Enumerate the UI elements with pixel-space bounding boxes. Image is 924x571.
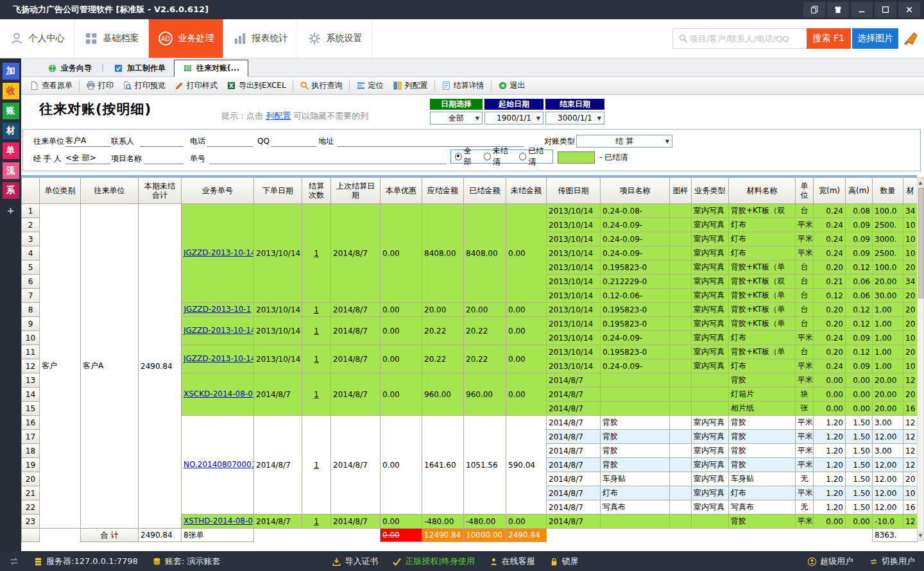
status-锁屏[interactable]: 锁屏 bbox=[549, 556, 579, 567]
toolbar-button-结算详情[interactable]: 结算详情 bbox=[437, 78, 489, 94]
qq-field[interactable] bbox=[271, 135, 316, 147]
contact-field[interactable] bbox=[140, 135, 184, 147]
doc-tab-0[interactable]: 业务向导 bbox=[39, 60, 100, 76]
skin-button[interactable] bbox=[827, 2, 849, 17]
horn-icon[interactable] bbox=[902, 30, 919, 47]
phone-field[interactable] bbox=[207, 135, 253, 147]
status-服务器[interactable]: 服务器:127.0.0.1:7798 bbox=[33, 556, 138, 567]
nav-tab-系统设置[interactable]: 系统设置 bbox=[298, 19, 372, 58]
copy-button[interactable] bbox=[803, 2, 825, 17]
sidebar-item-加[interactable]: 加 bbox=[3, 63, 19, 80]
radio-未结清[interactable]: 未结清 bbox=[484, 146, 513, 167]
order-no-link[interactable]: JGZZD-2013-10-14-008 bbox=[184, 326, 254, 335]
toolbar-button-定位[interactable]: 定位 bbox=[352, 78, 388, 94]
nav-tab-业务处理[interactable]: AD业务处理 bbox=[149, 19, 223, 58]
cell-unit: 平米 bbox=[796, 373, 814, 388]
column-header: 已结金额 bbox=[464, 178, 506, 204]
column-header: 传图日期 bbox=[547, 178, 601, 204]
toolbar-button-执行查询[interactable]: 执行查询 bbox=[295, 78, 347, 94]
cell-order-no[interactable]: NO.201408070001 bbox=[182, 416, 254, 515]
cell-project-name: 0.12-0.06- bbox=[601, 289, 670, 303]
status-账套[interactable]: 账套: 演示账套 bbox=[152, 556, 221, 567]
sidebar-item-+[interactable]: + bbox=[3, 202, 19, 219]
cell-settle-times[interactable]: 1 bbox=[302, 303, 331, 317]
cell-settle-times[interactable]: 1 bbox=[302, 204, 331, 303]
status-导入证书[interactable]: 导入证书 bbox=[332, 556, 378, 567]
cell-sample bbox=[670, 289, 692, 303]
cell-last-settle-date: 2014/8/7 bbox=[331, 303, 381, 317]
project-field[interactable] bbox=[144, 153, 184, 164]
hint-prefix: 提示：点击 bbox=[221, 111, 266, 121]
sidebar-item-收[interactable]: 收 bbox=[3, 83, 19, 99]
status-切换用户[interactable]: 切换用户 bbox=[869, 556, 915, 567]
date-filter-select[interactable]: 3000/1/1▼ bbox=[545, 112, 604, 124]
cell-sample bbox=[670, 430, 692, 444]
company-field[interactable]: 客户A bbox=[65, 135, 110, 147]
search-button[interactable]: 搜索 F1 bbox=[807, 28, 851, 49]
radio-已结清[interactable]: 已结清 bbox=[519, 146, 549, 167]
radio-icon bbox=[519, 153, 526, 160]
cell-material: 灯布 bbox=[729, 218, 796, 232]
toolbar-button-打印[interactable]: 打印 bbox=[81, 78, 118, 94]
cell-order-no[interactable]: JGZZD-2013-10-14-009 bbox=[182, 345, 254, 373]
search-input[interactable] bbox=[689, 33, 794, 44]
cell-material: 灯布 bbox=[729, 359, 796, 373]
doc-tab-label: 业务向导 bbox=[61, 63, 92, 74]
date-filter-select[interactable]: 1900/1/1▼ bbox=[484, 112, 543, 124]
toolbar-button-打印样式[interactable]: 打印样式 bbox=[170, 78, 222, 94]
order-no-link[interactable]: NO.201408070001 bbox=[184, 460, 254, 469]
toolbar-button-导出到EXCEL[interactable]: X导出到EXCEL bbox=[222, 78, 291, 94]
doc-tab-2[interactable]: 往来对账(... bbox=[174, 60, 248, 77]
cell-order-no[interactable]: JGZZD-2013-10-14-008 bbox=[182, 317, 254, 345]
toolbar-button-查看原单[interactable]: 查看原单 bbox=[25, 78, 77, 94]
vertical-scrollbar[interactable]: ▲ ▼ bbox=[917, 177, 924, 541]
radio-全部[interactable]: 全部 bbox=[455, 146, 477, 167]
scroll-down-icon[interactable]: ▼ bbox=[918, 531, 923, 540]
cell-settle-times[interactable]: 1 bbox=[302, 317, 331, 345]
orderno-field[interactable] bbox=[209, 153, 447, 164]
scroll-up-icon[interactable]: ▲ bbox=[918, 178, 923, 187]
order-no-link[interactable]: XSTHD-2014-08-0 bbox=[184, 516, 253, 525]
sidebar-item-单[interactable]: 单 bbox=[3, 142, 19, 159]
type-select[interactable]: 结 算 ▼ bbox=[576, 135, 672, 148]
window-controls bbox=[803, 2, 924, 17]
column-config-link[interactable]: 列配置 bbox=[266, 111, 291, 121]
close-button[interactable] bbox=[898, 2, 920, 17]
sidebar-item-流[interactable]: 流 bbox=[3, 162, 19, 179]
status-在线客服[interactable]: 在线客服 bbox=[489, 556, 535, 567]
sidebar-item-系[interactable]: 系 bbox=[3, 182, 19, 199]
nav-tab-个人中心[interactable]: 个人中心 bbox=[0, 19, 74, 58]
nav-tab-label: 业务处理 bbox=[178, 33, 214, 44]
doc-tab-1[interactable]: 加工制作单 bbox=[105, 60, 174, 76]
order-no-link[interactable]: XSCKD-2014-08-07-001 bbox=[184, 389, 254, 398]
cell-order-no[interactable]: JGZZD-2013-10-1 bbox=[182, 303, 254, 317]
toolbar-button-打印预览[interactable]: 打印预览 bbox=[118, 78, 170, 94]
minimize-button[interactable] bbox=[851, 2, 873, 17]
toolbar-button-退出[interactable]: 退出 bbox=[493, 78, 530, 94]
handler-field[interactable]: <全 部> bbox=[65, 153, 110, 164]
cell-settle-times[interactable]: 1 bbox=[302, 345, 331, 373]
status-正版授权|终身使用[interactable]: 正版授权|终身使用 bbox=[392, 556, 474, 567]
date-filter-select[interactable]: 全部▼ bbox=[430, 112, 483, 124]
chevron-down-icon: ▼ bbox=[665, 139, 669, 144]
columns-icon bbox=[393, 81, 402, 90]
nav-tab-报表统计[interactable]: 报表统计 bbox=[223, 19, 298, 58]
toolbar-button-列配置[interactable]: 列配置 bbox=[388, 78, 432, 94]
sidebar-item-账[interactable]: 账 bbox=[3, 103, 19, 119]
cell-settle-times[interactable]: 1 bbox=[302, 373, 331, 416]
maximize-button[interactable] bbox=[875, 2, 896, 17]
cell-settle-times[interactable]: 1 bbox=[302, 515, 331, 529]
order-no-link[interactable]: JGZZD-2013-10-14-009 bbox=[184, 354, 254, 363]
order-no-link[interactable]: JGZZD-2013-10-1 bbox=[184, 305, 252, 314]
cell-order-no[interactable]: XSCKD-2014-08-07-001 bbox=[182, 373, 254, 416]
scrollbar-thumb[interactable] bbox=[918, 188, 924, 298]
sidebar-item-材[interactable]: 材 bbox=[3, 123, 19, 139]
cell-order-no[interactable]: XSTHD-2014-08-0 bbox=[182, 515, 254, 529]
cell-material: 背胶 bbox=[729, 444, 796, 458]
pick-image-button[interactable]: 选择图片 bbox=[852, 28, 898, 49]
cell-order-no[interactable]: JGZZD-2013-10-14-004 bbox=[182, 204, 254, 303]
status-超级用户[interactable]: 超级用户 bbox=[807, 556, 853, 567]
order-no-link[interactable]: JGZZD-2013-10-14-004 bbox=[184, 248, 254, 257]
cell-settle-times[interactable]: 1 bbox=[302, 416, 331, 515]
nav-tab-基础档案[interactable]: 基础档案 bbox=[74, 19, 149, 58]
